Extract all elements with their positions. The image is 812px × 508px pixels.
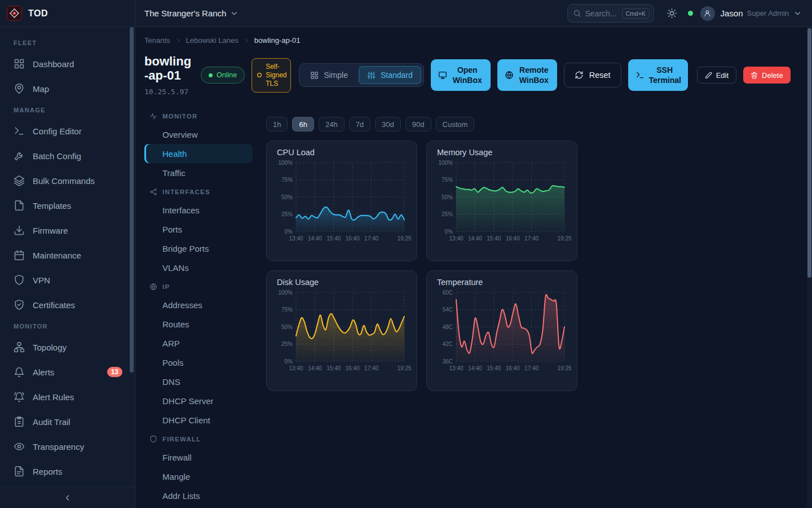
ssh-terminal-button[interactable]: SSH Terminal [628, 59, 688, 91]
sidebar-item-dashboard[interactable]: Dashboard [0, 51, 135, 76]
time-range-24h[interactable]: 24h [319, 117, 345, 132]
edit-button[interactable]: Edit [697, 67, 736, 84]
subnav-item-vlans[interactable]: VLANs [144, 258, 253, 277]
subnav-head-monitor: MONITOR [144, 108, 253, 125]
view-mode-standard[interactable]: Standard [359, 66, 421, 84]
search-box[interactable]: Cmd+K [567, 4, 654, 23]
time-range-6h[interactable]: 6h [292, 117, 314, 132]
sidebar-item-audit-trail[interactable]: Audit Trail [0, 409, 135, 434]
sidebar-item-alert-rules[interactable]: Alert Rules [0, 384, 135, 409]
sidebar-item-map[interactable]: Map [0, 76, 135, 101]
svg-text:14:40: 14:40 [308, 235, 322, 242]
subnav-item-mangle[interactable]: Mangle [144, 467, 253, 486]
sidebar-item-label: Maintenance [33, 251, 81, 260]
theme-toggle-button[interactable] [667, 8, 678, 19]
chevron-right-icon [243, 37, 250, 44]
temperature-chart: 36C42C48C54C60C13:4014:4015:4016:4017:40… [431, 288, 573, 380]
svg-text:75%: 75% [442, 177, 453, 183]
time-range-1h[interactable]: 1h [266, 117, 288, 132]
view-mode-simple[interactable]: Simple [302, 66, 356, 84]
network-icon [149, 188, 157, 196]
sidebar-item-label: Config Editor [33, 126, 82, 136]
terminal-icon [14, 125, 25, 137]
tenant-name: The Stranger's Ranch [144, 8, 226, 18]
time-range-custom[interactable]: Custom [436, 117, 475, 132]
open-winbox-button[interactable]: Open WinBox [431, 59, 491, 91]
svg-text:0%: 0% [285, 358, 293, 365]
sidebar-item-transparency[interactable]: Transparency [0, 434, 135, 459]
sidebar-scrollbar[interactable] [130, 27, 134, 373]
sidebar-item-bulk-commands[interactable]: Bulk Commands [0, 168, 135, 193]
subnav-item-ports[interactable]: Ports [144, 220, 253, 239]
sidebar-item-templates[interactable]: Templates [0, 193, 135, 218]
sidebar-item-batch-config[interactable]: Batch Config [0, 143, 135, 168]
search-input[interactable] [585, 9, 618, 18]
sidebar-item-config-editor[interactable]: Config Editor [0, 119, 135, 143]
subnav-item-traffic[interactable]: Traffic [144, 163, 253, 182]
subnav-item-pools[interactable]: Pools [144, 353, 253, 372]
sidebar-item-reports[interactable]: Reports [0, 459, 135, 484]
time-range-90d[interactable]: 90d [405, 117, 431, 132]
sidebar-item-firmware[interactable]: Firmware [0, 218, 135, 243]
subnav-section-ip: IP Addresses Routes ARP Pools DNS DHCP S… [144, 278, 253, 430]
app-name: TOD [28, 8, 48, 19]
user-role: Super Admin [747, 9, 789, 17]
sidebar-item-label: VPN [33, 275, 50, 285]
tenant-selector[interactable]: The Stranger's Ranch [144, 8, 239, 18]
breadcrumb-tenant-name[interactable]: Lebowski Lanes [186, 36, 239, 45]
map-pin-icon [14, 83, 25, 94]
subnav-item-addresses[interactable]: Addresses [144, 295, 253, 314]
subnav-item-health[interactable]: Health [144, 144, 253, 163]
remote-winbox-button[interactable]: Remote WinBox [497, 59, 557, 91]
time-range-7d[interactable]: 7d [349, 117, 370, 132]
clipboard-icon [14, 416, 25, 427]
sidebar-collapse-button[interactable] [0, 487, 135, 508]
sidebar-item-maintenance[interactable]: Maintenance [0, 243, 135, 268]
sidebar-item-label: Topology [33, 343, 67, 352]
subnav-section-label: IP [162, 283, 170, 290]
svg-text:36C: 36C [443, 358, 453, 365]
reset-button[interactable]: Reset [564, 63, 621, 87]
subnav-item-dhcp-server[interactable]: DHCP Server [144, 391, 253, 410]
disk-usage-chart: 0%25%50%75%100%13:4014:4015:4016:4017:40… [271, 288, 413, 380]
sidebar-section-fleet: FLEET [0, 34, 135, 51]
svg-text:25%: 25% [442, 211, 453, 217]
chevron-right-icon [175, 37, 182, 44]
tod-logo-icon [8, 7, 20, 19]
main-scrollbar-thumb[interactable] [807, 28, 811, 278]
sidebar-item-topology[interactable]: Topology [0, 335, 135, 360]
avatar[interactable] [700, 6, 715, 21]
subnav-item-bridge-ports[interactable]: Bridge Ports [144, 239, 253, 258]
chart-title: Memory Usage [437, 148, 572, 157]
subnav-item-conntrack[interactable]: ConnTrack [144, 505, 253, 508]
time-range-30d[interactable]: 30d [375, 117, 401, 132]
chart-title: Disk Usage [277, 278, 412, 287]
globe-icon [505, 71, 514, 80]
user-menu-chevron-icon[interactable] [793, 9, 802, 17]
subnav-item-dhcp-client[interactable]: DHCP Client [144, 410, 253, 430]
svg-text:60C: 60C [443, 290, 453, 296]
shield-check-icon [14, 299, 25, 310]
subnav-item-routes[interactable]: Routes [144, 314, 253, 334]
subnav-item-firewall[interactable]: Firewall [144, 448, 253, 467]
sidebar-item-vpn[interactable]: VPN [0, 268, 135, 292]
subnav-item-interfaces[interactable]: Interfaces [144, 200, 253, 220]
subnav-item-addr-lists[interactable]: Addr Lists [144, 486, 253, 505]
sidebar-item-alerts[interactable]: Alerts 13 [0, 360, 135, 384]
subnav-item-arp[interactable]: ARP [144, 334, 253, 353]
search-icon [573, 9, 581, 17]
subnav-item-overview[interactable]: Overview [144, 125, 253, 144]
svg-text:15:40: 15:40 [326, 365, 341, 371]
svg-text:19:25: 19:25 [397, 365, 411, 371]
subnav-item-dns[interactable]: DNS [144, 372, 253, 391]
sidebar-item-certificates[interactable]: Certificates [0, 292, 135, 317]
sidebar-item-label: Bulk Commands [33, 176, 95, 186]
main-content: Tenants Lebowski Lanes bowling-ap-01 bow… [135, 27, 812, 508]
breadcrumb-tenants[interactable]: Tenants [144, 36, 170, 45]
delete-button[interactable]: Delete [743, 67, 791, 84]
refresh-icon [575, 71, 584, 80]
chart-card-disk-usage: Disk Usage 0%25%50%75%100%13:4014:4015:4… [266, 270, 417, 391]
main-scrollbar-track[interactable] [807, 27, 812, 508]
svg-text:17:40: 17:40 [364, 365, 378, 371]
layers-icon [14, 175, 25, 186]
